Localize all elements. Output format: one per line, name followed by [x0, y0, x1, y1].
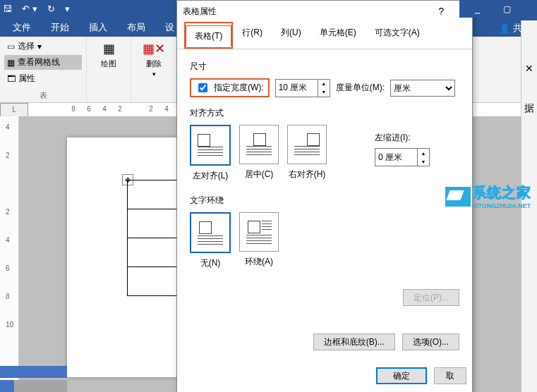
size-label: 尺寸 — [190, 61, 459, 73]
tab-cell[interactable]: 单元格(E) — [310, 22, 366, 49]
vertical-ruler: 4 2 2 4 6 8 10 — [0, 116, 19, 392]
undo-icon[interactable]: ↶ ▾ — [22, 4, 37, 14]
positioning-button: 定位(P)... — [403, 289, 459, 306]
redo-icon[interactable]: ↻ — [47, 4, 55, 14]
text-wrap-label: 文字环绕 — [190, 195, 459, 207]
width-spinner[interactable]: 10 厘米 ▲▼ — [275, 79, 330, 97]
options-button[interactable]: 选项(O)... — [402, 333, 459, 350]
alignment-label: 对齐方式 — [190, 107, 459, 119]
horizontal-ruler: 864224 — [69, 105, 171, 113]
indent-spinner[interactable]: 0 厘米 ▲▼ — [375, 148, 430, 166]
select-button[interactable]: ▭ 选择 ▾ — [4, 39, 82, 54]
specify-width-checkbox[interactable] — [198, 83, 207, 92]
dialog-title: 表格属性 — [183, 6, 217, 18]
ok-button[interactable]: 确定 — [376, 367, 427, 384]
watermark: 系统之家 XITONGZHIJIA.NET — [445, 183, 531, 209]
tab-home[interactable]: 开始 — [44, 21, 76, 34]
color-bar — [0, 366, 67, 378]
customize-qat-icon[interactable]: ▾ — [65, 4, 70, 14]
unit-label: 度量单位(M): — [336, 82, 385, 94]
delete-button[interactable]: ▦✕ 删除▾ — [135, 39, 172, 79]
tab-selector[interactable]: L — [0, 103, 28, 117]
align-right-option[interactable]: 右对齐(H) — [287, 125, 327, 182]
tab-insert[interactable]: 插入 — [82, 21, 114, 34]
table-properties-dialog: 表格属性 ? ✕ 表格(T) 行(R) 列(U) 单元格(E) 可选文字(A) … — [176, 0, 473, 392]
specify-width-label: 指定宽度(W): — [214, 82, 264, 94]
indent-label: 左缩进(I): — [375, 132, 430, 144]
tab-column[interactable]: 列(U) — [272, 22, 310, 49]
unit-select[interactable]: 厘米 — [390, 80, 455, 97]
borders-shading-button[interactable]: 边框和底纹(B)... — [313, 333, 395, 350]
tab-row[interactable]: 行(R) — [233, 22, 272, 49]
document-table[interactable] — [127, 180, 181, 296]
maximize-icon[interactable]: ▢ — [496, 0, 517, 18]
draw-table-button[interactable]: ▦ 绘图 — [91, 39, 126, 71]
chevron-up-icon[interactable]: ▲ — [418, 149, 429, 157]
group-label-table: 表 — [4, 90, 82, 101]
tab-layout[interactable]: 布局 — [120, 21, 152, 34]
minimize-icon[interactable]: ⎯ — [459, 0, 495, 18]
tab-table[interactable]: 表格(T) — [186, 25, 231, 47]
view-gridlines-button[interactable]: ▦ 查看网格线 — [4, 55, 82, 70]
user-icon: 👤 — [499, 23, 510, 34]
chevron-up-icon[interactable]: ▲ — [318, 80, 330, 88]
align-center-option[interactable]: 居中(C) — [239, 125, 279, 182]
wrap-around-option[interactable]: 环绕(A) — [239, 212, 279, 269]
chevron-down-icon[interactable]: ▼ — [418, 157, 429, 166]
watermark-logo-icon — [445, 187, 471, 207]
tab-file[interactable]: 文件 — [6, 21, 38, 34]
tab-alt-text[interactable]: 可选文字(A) — [366, 22, 429, 49]
delete-icon: ▦✕ — [144, 40, 164, 57]
draw-icon: ▦ — [99, 40, 119, 57]
save-icon[interactable]: 🖫 — [3, 4, 12, 14]
align-left-option[interactable]: 左对齐(L) — [190, 125, 231, 182]
help-icon[interactable]: ? — [438, 6, 444, 17]
properties-button[interactable]: 🗔 属性 — [4, 71, 82, 86]
chevron-down-icon[interactable]: ▼ — [318, 88, 330, 97]
color-bar-2 — [0, 380, 67, 392]
wrap-none-option[interactable]: 无(N) — [190, 212, 231, 269]
cancel-button[interactable]: 取 — [434, 367, 466, 384]
close-icon[interactable]: ✕ — [525, 63, 533, 74]
